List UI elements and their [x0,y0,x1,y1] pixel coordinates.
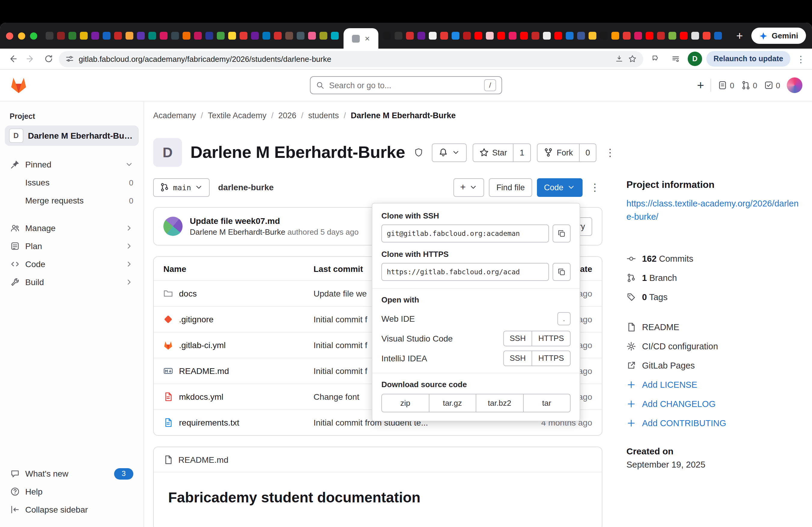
file-name[interactable]: .gitlab-ci.yml [179,340,226,350]
browser-menu-icon[interactable]: ⋮ [795,54,807,63]
forward-button[interactable] [23,51,39,66]
tab-favicon[interactable] [240,32,247,40]
sidebar-item-build[interactable]: Build [5,273,139,291]
tab-favicon[interactable] [297,32,304,40]
repo-root-path[interactable]: darlene-burke [218,182,274,192]
site-settings-icon[interactable] [66,55,74,63]
tab-favicon[interactable] [46,32,54,40]
breadcrumb-link[interactable]: Textile Academy [208,111,266,120]
tab-favicon[interactable] [623,32,630,40]
reload-button[interactable] [41,51,56,66]
tab-favicon[interactable] [383,32,391,40]
code-button[interactable]: Code [537,178,583,197]
tab-favicon[interactable] [703,32,710,40]
tab-favicon[interactable] [183,32,190,40]
tab-favicon[interactable] [126,32,133,40]
create-new-icon[interactable]: + [697,79,704,91]
tab-favicon[interactable] [331,32,339,40]
address-bar[interactable]: gitlab.fabcloud.org/academany/fabricadem… [59,51,643,67]
breadcrumb-link[interactable]: students [308,111,339,120]
tab-favicon[interactable] [285,32,293,40]
reading-list-icon[interactable] [668,51,683,66]
tab-favicon[interactable] [57,32,65,40]
user-avatar[interactable] [787,77,802,93]
fork-button[interactable]: Fork [538,144,579,161]
star-count[interactable]: 1 [513,144,530,161]
tab-favicon[interactable] [566,32,574,40]
download-tarbz2-button[interactable]: tar.bz2 [476,394,523,412]
issues-count[interactable]: 0 [718,80,734,90]
tab-favicon[interactable] [714,32,722,40]
tab-favicon[interactable] [417,32,425,40]
readme-header[interactable]: README.md [154,447,602,472]
commit-author-avatar[interactable] [163,217,183,236]
whats-new-item[interactable]: What's new 3 [5,465,139,483]
tab-favicon[interactable] [691,32,699,40]
tab-favicon[interactable] [91,32,99,40]
readme-link[interactable]: README [626,320,802,334]
sidebar-current-project[interactable]: D Darlene M Eberhardt-Burke [5,125,139,146]
find-file-button[interactable]: Find file [489,178,532,197]
star-button-group[interactable]: Star 1 [473,143,531,162]
commit-author[interactable]: Darlene M Eberhardt-Burke [190,227,285,237]
sidebar-item-issues[interactable]: Issues 0 [5,174,139,192]
tab-favicon[interactable] [251,32,259,40]
tab-favicon[interactable] [680,32,688,40]
close-window-button[interactable] [6,32,13,39]
tab-favicon[interactable] [171,32,179,40]
tab-favicon[interactable] [634,32,642,40]
file-name[interactable]: README.md [179,366,229,376]
tab-favicon[interactable] [600,32,608,40]
intellij-ssh-button[interactable]: SSH [503,350,532,366]
new-tab-button[interactable]: + [733,30,746,41]
intellij-https-button[interactable]: HTTPS [532,350,570,366]
tab-favicon[interactable] [320,32,327,40]
tab-favicon[interactable] [509,32,517,40]
tab-favicon[interactable] [668,32,676,40]
gemini-button[interactable]: Gemini [751,28,806,44]
global-search[interactable]: Search or go to... / [310,76,502,94]
merge-requests-count[interactable]: 0 [741,80,757,90]
tab-favicon[interactable] [308,32,316,40]
tab-favicon[interactable] [429,32,437,40]
tab-favicon[interactable] [463,32,471,40]
sidebar-item-pinned[interactable]: Pinned [5,155,139,174]
fork-count[interactable]: 0 [579,144,596,161]
breadcrumb-link[interactable]: 2026 [278,111,296,120]
tab-favicon[interactable] [657,32,665,40]
download-tar-button[interactable]: tar [523,394,570,412]
tab-favicon[interactable] [274,32,282,40]
tab-favicon[interactable] [114,32,122,40]
cicd-config-link[interactable]: CI/CD configuration [626,339,802,353]
copy-ssh-button[interactable] [553,225,570,242]
file-name[interactable]: requirements.txt [179,418,240,427]
close-tab-icon[interactable]: × [365,34,369,43]
minimize-window-button[interactable] [18,32,25,39]
add-contributing-link[interactable]: Add CONTRIBUTING [626,416,802,430]
tab-favicon[interactable] [497,32,505,40]
tab-favicon[interactable] [103,32,111,40]
tab-favicon[interactable] [440,32,448,40]
download-targz-button[interactable]: tar.gz [429,394,476,412]
notifications-button[interactable] [432,143,466,162]
vscode-ssh-button[interactable]: SSH [503,330,532,346]
tab-favicon[interactable] [395,32,402,40]
tab-favicon[interactable] [520,32,528,40]
file-name[interactable]: .gitignore [179,315,214,324]
tab-favicon[interactable] [205,32,213,40]
commit-message[interactable]: Update file week07.md [190,216,359,226]
clone-ssh-input[interactable] [381,225,549,242]
add-license-link[interactable]: Add LICENSE [626,377,802,392]
tab-favicon[interactable] [577,32,585,40]
tab-favicon[interactable] [611,32,619,40]
tab-favicon[interactable] [69,32,76,40]
project-options-kebab[interactable]: ⋮ [603,147,618,157]
branches-stat[interactable]: 1 Branch [626,270,802,285]
zoom-window-button[interactable] [30,32,37,39]
project-website-link[interactable]: https://class.textile-academy.org/2026/d… [626,197,802,224]
copy-https-button[interactable] [553,263,570,281]
extensions-icon[interactable] [648,51,664,66]
back-button[interactable] [5,51,20,66]
vscode-https-button[interactable]: HTTPS [532,330,570,346]
breadcrumb-link[interactable]: Academany [153,111,196,120]
